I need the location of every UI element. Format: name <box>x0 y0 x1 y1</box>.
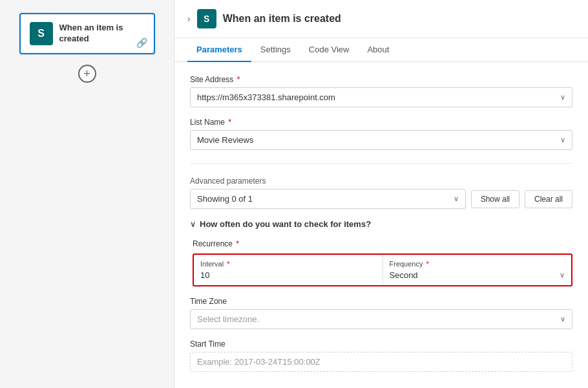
advanced-params-dropdown[interactable]: Showing 0 of 1 ∨ <box>190 189 466 209</box>
interval-input[interactable] <box>200 270 376 280</box>
list-name-required: * <box>226 118 231 127</box>
site-address-group: Site Address * https://m365x373381.share… <box>190 75 572 107</box>
breadcrumb-chevron[interactable]: › <box>187 14 191 24</box>
tab-about[interactable]: About <box>358 38 398 62</box>
list-name-value: Movie Reviews <box>197 135 253 145</box>
section-chevron: ∨ <box>190 220 196 229</box>
how-often-section-header[interactable]: ∨ How often do you want to check for ite… <box>190 219 572 229</box>
tab-parameters[interactable]: Parameters <box>187 38 251 62</box>
recurrence-label: Recurrence * <box>193 239 572 248</box>
advanced-params-label: Advanced parameters <box>190 177 572 186</box>
section-title: How often do you want to check for items… <box>200 219 371 229</box>
tab-code-view[interactable]: Code View <box>300 38 359 62</box>
timezone-arrow: ∨ <box>560 315 565 323</box>
header-title: When an item is created <box>223 13 341 25</box>
trigger-label: When an item is created <box>59 23 145 45</box>
trigger-card[interactable]: S When an item is created 🔗 <box>19 13 155 54</box>
divider <box>190 163 572 164</box>
timezone-dropdown[interactable]: Select timezone. ∨ <box>190 309 572 329</box>
frequency-arrow: ∨ <box>560 271 565 279</box>
clear-all-button[interactable]: Clear all <box>525 190 572 208</box>
advanced-params-group: Advanced parameters Showing 0 of 1 ∨ Sho… <box>190 177 572 209</box>
recurrence-fields: Interval * Frequency * Second ∨ <box>193 253 572 286</box>
advanced-params-row: Showing 0 of 1 ∨ Show all Clear all <box>190 189 572 209</box>
interval-label: Interval * <box>200 260 376 268</box>
tab-settings[interactable]: Settings <box>251 38 300 62</box>
list-name-group: List Name * Movie Reviews ∨ <box>190 118 572 150</box>
show-all-button[interactable]: Show all <box>471 190 520 208</box>
site-address-value: https://m365x373381.sharepoint.com <box>197 92 335 102</box>
site-address-dropdown[interactable]: https://m365x373381.sharepoint.com ∨ <box>190 87 572 107</box>
tabs-bar: Parameters Settings Code View About <box>174 38 588 62</box>
start-time-label: Start Time <box>190 339 572 349</box>
timezone-placeholder: Select timezone. <box>197 314 259 324</box>
header-icon: S <box>197 9 216 28</box>
start-time-placeholder: Example: 2017-03-24T15:00:00Z <box>197 357 320 367</box>
right-header: › S When an item is created <box>174 0 588 38</box>
frequency-group: Frequency * Second ∨ <box>383 255 572 285</box>
add-step-button[interactable]: + <box>78 65 96 83</box>
timezone-group: Time Zone Select timezone. ∨ <box>190 297 572 329</box>
start-time-group: Start Time Example: 2017-03-24T15:00:00Z <box>190 339 572 372</box>
right-panel: › S When an item is created Parameters S… <box>174 0 588 388</box>
link-icon: 🔗 <box>136 38 147 48</box>
recurrence-required: * <box>234 239 239 248</box>
frequency-required: * <box>424 260 428 268</box>
content-area: Site Address * https://m365x373381.share… <box>174 62 588 385</box>
list-name-dropdown[interactable]: Movie Reviews ∨ <box>190 130 572 150</box>
site-address-label: Site Address * <box>190 75 572 84</box>
recurrence-group: Recurrence * Interval * Frequency * Sec <box>190 239 572 286</box>
start-time-input[interactable]: Example: 2017-03-24T15:00:00Z <box>190 352 572 372</box>
frequency-value: Second <box>390 270 418 280</box>
timezone-label: Time Zone <box>190 297 572 306</box>
advanced-params-value: Showing 0 of 1 <box>197 194 253 204</box>
frequency-dropdown[interactable]: Second ∨ <box>390 270 565 280</box>
frequency-label: Frequency * <box>390 260 565 268</box>
site-address-arrow: ∨ <box>560 93 565 102</box>
site-address-required: * <box>235 75 240 84</box>
list-name-label: List Name * <box>190 118 572 127</box>
trigger-icon: S <box>30 22 53 45</box>
left-panel: S When an item is created 🔗 + <box>0 0 174 388</box>
interval-group: Interval * <box>194 255 383 285</box>
advanced-params-arrow: ∨ <box>454 195 459 203</box>
list-name-arrow: ∨ <box>560 136 565 144</box>
interval-required: * <box>225 260 229 268</box>
